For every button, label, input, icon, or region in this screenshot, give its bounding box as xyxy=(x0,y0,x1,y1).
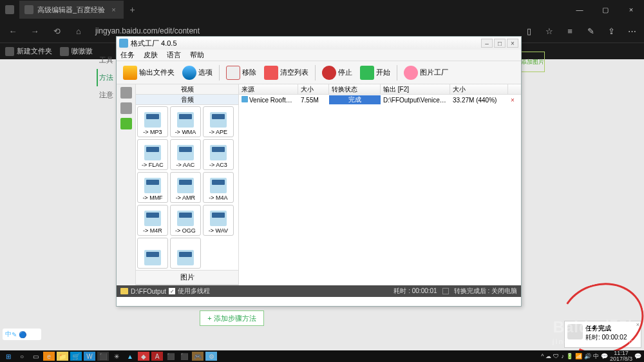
refresh-button[interactable]: ⟲ xyxy=(48,26,66,36)
taskbar-app[interactable]: ✳ xyxy=(111,352,122,361)
options-button[interactable]: 选项 xyxy=(180,64,215,81)
col-status[interactable]: 转换状态 xyxy=(329,84,381,94)
add-image-button[interactable]: 添加图片 xyxy=(520,52,545,72)
ime-tray[interactable]: 中 xyxy=(593,352,599,361)
more-icon[interactable]: ⋯ xyxy=(623,26,640,36)
format-button[interactable]: -> M4A xyxy=(203,172,234,203)
taskbar-app[interactable]: A xyxy=(151,352,163,361)
task-list: 来源 大小 转换状态 输出 [F2] 大小 Venice Rooftops.m.… xyxy=(239,84,521,285)
taskbar-app[interactable]: 📁 xyxy=(57,352,68,361)
format-button[interactable] xyxy=(137,238,168,269)
maximize-button[interactable]: ▢ xyxy=(592,6,618,14)
close-button[interactable]: × xyxy=(618,6,644,14)
folder-icon xyxy=(60,47,69,56)
col-size[interactable]: 大小 xyxy=(298,84,329,94)
notes-icon[interactable]: ✎ xyxy=(582,26,599,36)
format-button[interactable]: -> WAV xyxy=(203,205,234,236)
ime-indicator[interactable]: 中 ✎ 🔵 xyxy=(3,329,41,340)
close-button[interactable]: × xyxy=(507,39,518,48)
tray-icon[interactable]: ☁ xyxy=(545,353,551,359)
close-tab-icon[interactable]: × xyxy=(109,6,118,14)
output-path[interactable]: D:\FFOutput xyxy=(131,288,166,295)
new-tab-button[interactable]: + xyxy=(124,5,142,15)
format-button[interactable]: -> AC3 xyxy=(203,139,234,170)
format-button[interactable]: -> AAC xyxy=(170,139,201,170)
forward-button[interactable]: → xyxy=(26,26,44,36)
back-button[interactable]: ← xyxy=(4,26,22,36)
cortana-icon[interactable]: ○ xyxy=(16,352,28,361)
taskbar-app[interactable]: e xyxy=(43,352,55,361)
format-button[interactable]: -> MP3 xyxy=(137,106,168,137)
start-button[interactable]: ⊞ xyxy=(3,352,14,361)
notification-center-icon[interactable]: 💬 xyxy=(634,353,641,359)
favorite-icon[interactable]: ☆ xyxy=(541,26,558,36)
taskbar-app[interactable]: ⬛ xyxy=(178,352,190,361)
folder-icon[interactable] xyxy=(120,288,128,294)
taskbar-app[interactable]: W xyxy=(84,352,95,361)
rail-icon[interactable] xyxy=(120,87,132,99)
rail-icon[interactable] xyxy=(120,102,132,114)
bookmark-item[interactable]: 新建文件夹 xyxy=(5,46,52,56)
menu-lang[interactable]: 语言 xyxy=(167,50,181,60)
menu-skin[interactable]: 皮肤 xyxy=(144,50,158,60)
minimize-button[interactable]: — xyxy=(567,6,592,14)
clock[interactable]: 11:172017/8/3 xyxy=(610,350,632,362)
browser-tab[interactable]: 高级编辑器_百度经验 × xyxy=(19,1,124,19)
add-step-button[interactable]: + 添加步骤方法 xyxy=(200,310,264,326)
tree-header-audio[interactable]: 音频 xyxy=(136,95,238,105)
col-size2[interactable]: 大小 xyxy=(450,84,508,94)
format-button[interactable]: -> OGG xyxy=(170,205,201,236)
url-bar[interactable]: jingyan.baidu.com/edit/content xyxy=(91,26,516,35)
status-bar: D:\FFOutput ✓ 使用多线程 耗时 : 00:00:01 转换完成后 … xyxy=(117,285,521,297)
format-button[interactable]: -> WMA xyxy=(170,106,201,137)
reading-view-icon[interactable]: ▯ xyxy=(520,26,537,36)
clear-button[interactable]: 清空列表 xyxy=(261,64,311,81)
tray-icon[interactable]: 🛡 xyxy=(553,353,559,359)
format-button[interactable]: -> M4R xyxy=(137,205,168,236)
after-done-checkbox[interactable] xyxy=(442,288,449,294)
delete-row-icon[interactable]: × xyxy=(508,97,515,103)
minimize-button[interactable]: – xyxy=(481,39,493,48)
format-button[interactable]: -> AMR xyxy=(170,172,201,203)
start-button[interactable]: 开始 xyxy=(357,64,393,81)
format-button[interactable]: -> FLAC xyxy=(137,139,168,170)
col-output[interactable]: 输出 [F2] xyxy=(381,84,450,94)
tray-icon[interactable]: 💬 xyxy=(601,353,608,359)
tray-up-icon[interactable]: ^ xyxy=(541,353,544,359)
taskbar-app[interactable]: 🛒 xyxy=(70,352,82,361)
task-row[interactable]: Venice Rooftops.m... 7.55M 完成 D:\FFOutpu… xyxy=(239,95,521,105)
hub-icon[interactable]: ≡ xyxy=(562,26,578,36)
col-source[interactable]: 来源 xyxy=(239,84,298,94)
tree-header-video[interactable]: 视频 xyxy=(136,84,238,95)
tray-icon[interactable]: 🔋 xyxy=(566,353,573,359)
pic-factory-button[interactable]: 图片工厂 xyxy=(401,64,451,81)
tray-icon[interactable]: 📶 xyxy=(575,353,582,359)
menu-help[interactable]: 帮助 xyxy=(190,50,204,60)
output-folder-button[interactable]: 输出文件夹 xyxy=(120,64,177,81)
rail-icon[interactable] xyxy=(120,118,132,129)
format-button[interactable]: -> APE xyxy=(203,106,234,137)
window-title-bar[interactable]: 格式工厂 4.0.5 – □ × xyxy=(117,37,521,50)
cat-doc[interactable]: 文档 xyxy=(136,285,238,285)
taskbar-app[interactable]: ⚙ xyxy=(205,352,217,361)
share-icon[interactable]: ⇪ xyxy=(603,26,620,36)
taskbar-app[interactable]: ▲ xyxy=(124,352,136,361)
taskbar-app[interactable]: ◆ xyxy=(138,352,149,361)
format-button[interactable]: -> MMF xyxy=(137,172,168,203)
multi-thread-checkbox[interactable]: ✓ xyxy=(169,288,175,294)
stop-button[interactable]: 停止 xyxy=(319,64,355,81)
bookmark-item[interactable]: 嗷嗷嗷 xyxy=(60,46,93,56)
tray-icon[interactable]: 🔊 xyxy=(584,353,591,359)
taskbar-app[interactable]: ⬛ xyxy=(165,352,176,361)
format-button[interactable] xyxy=(170,238,201,269)
maximize-button[interactable]: □ xyxy=(494,39,506,48)
taskbar-app[interactable]: 🎮 xyxy=(192,352,204,361)
tab-icon-only[interactable] xyxy=(0,1,19,19)
menu-task[interactable]: 任务 xyxy=(120,50,135,60)
taskbar-app[interactable]: ⬛ xyxy=(97,352,109,361)
remove-button[interactable]: 移除 xyxy=(223,64,259,81)
tray-icon[interactable]: ♪ xyxy=(561,353,564,359)
cat-pic[interactable]: 图片 xyxy=(136,270,238,285)
home-button[interactable]: ⌂ xyxy=(70,26,88,36)
task-view-icon[interactable]: ▭ xyxy=(30,352,41,361)
